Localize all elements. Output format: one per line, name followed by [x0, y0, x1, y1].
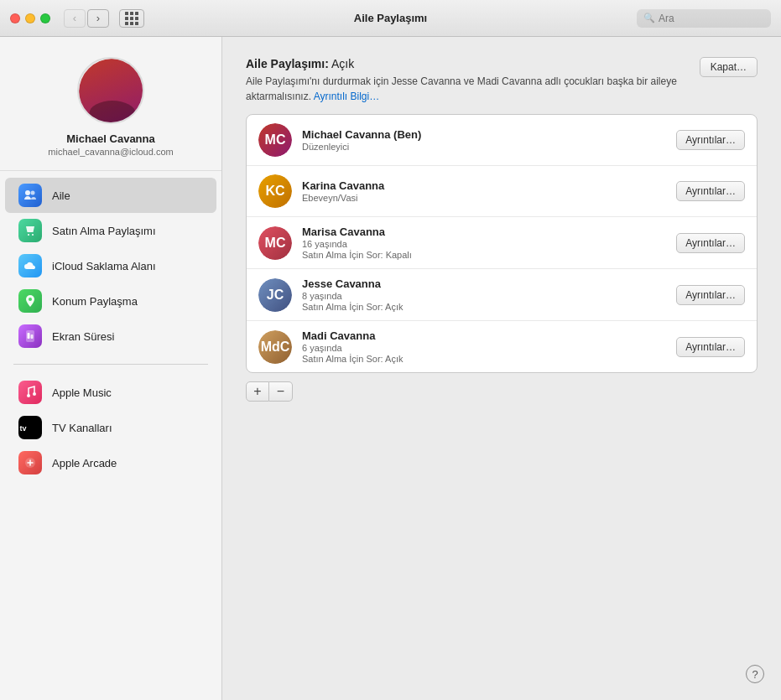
member-details-button[interactable]: Ayrıntılar… — [676, 181, 745, 201]
icloud-icon — [18, 254, 42, 277]
svg-point-4 — [29, 298, 32, 301]
svg-point-8 — [27, 394, 30, 397]
sidebar: Michael Cavanna michael_cavanna@icloud.c… — [0, 37, 222, 700]
ekran-icon — [18, 324, 42, 348]
sidebar-label-konum: Konum Paylaşma — [52, 295, 138, 308]
close-button[interactable] — [10, 13, 20, 23]
member-name: Madi Cavanna — [302, 329, 666, 342]
member-name: Karina Cavanna — [302, 179, 666, 192]
member-avatar: JC — [258, 278, 292, 312]
user-section: Michael Cavanna michael_cavanna@icloud.c… — [0, 37, 221, 171]
remove-member-button[interactable]: − — [269, 381, 293, 402]
member-row: MdCMadi Cavanna6 yaşındaSatın Alma İçin … — [247, 321, 757, 372]
member-details-button[interactable]: Ayrıntılar… — [676, 285, 745, 305]
sidebar-label-aile: Aile — [52, 189, 70, 202]
status-value: Açık — [331, 57, 354, 70]
sidebar-item-tv[interactable]: tv TV Kanalları — [5, 410, 216, 445]
content-title-block: Aile Paylaşımı: Açık Aile Paylaşımı'nı d… — [246, 57, 686, 104]
help-button[interactable]: ? — [746, 665, 764, 683]
arcade-icon — [18, 451, 42, 474]
detail-link[interactable]: Ayrıntılı Bilgi… — [314, 91, 379, 102]
status-label: Aile Paylaşımı: — [246, 57, 329, 70]
sidebar-item-ekran[interactable]: Ekran Süresi — [5, 319, 216, 354]
close-sharing-button[interactable]: Kapat… — [700, 57, 758, 77]
add-member-button[interactable]: + — [246, 381, 269, 402]
member-role: 16 yaşında — [302, 239, 666, 249]
sidebar-label-icloud: iCloud Saklama Alanı — [52, 260, 156, 272]
sidebar-label-satin: Satın Alma Paylaşımı — [52, 225, 156, 237]
aile-icon — [18, 184, 42, 207]
satin-icon — [18, 219, 42, 242]
sidebar-item-music[interactable]: Apple Music — [5, 375, 216, 410]
member-details-button[interactable]: Ayrıntılar… — [676, 130, 745, 150]
member-info: Karina CavannaEbeveyn/Vasi — [302, 179, 666, 203]
member-purchase-detail: Satın Alma İçin Sor: Kapalı — [302, 250, 666, 260]
maximize-button[interactable] — [40, 13, 50, 23]
member-info: Jesse Cavanna8 yaşındaSatın Alma İçin So… — [302, 277, 666, 312]
grid-icon — [125, 12, 138, 25]
sidebar-item-satin[interactable]: Satın Alma Paylaşımı — [5, 213, 216, 248]
sidebar-item-icloud[interactable]: iCloud Saklama Alanı — [5, 248, 216, 283]
sidebar-label-music: Apple Music — [52, 386, 112, 399]
minimize-button[interactable] — [25, 13, 35, 23]
grid-view-button[interactable] — [119, 9, 144, 28]
content-subtitle: Aile Paylaşımı'nı durdurmak için Jesse C… — [246, 74, 686, 104]
user-avatar[interactable] — [77, 57, 144, 124]
user-name: Michael Cavanna — [66, 132, 155, 145]
konum-icon — [18, 289, 42, 313]
music-icon — [18, 381, 42, 404]
sidebar-section-main: Aile Satın Alma Paylaşımı — [0, 171, 221, 360]
content-header: Aile Paylaşımı: Açık Aile Paylaşımı'nı d… — [246, 57, 758, 104]
sidebar-item-arcade[interactable]: Apple Arcade — [5, 445, 216, 480]
sidebar-item-aile[interactable]: Aile — [5, 178, 216, 213]
search-icon: 🔍 — [643, 13, 655, 23]
member-avatar: MC — [258, 123, 292, 157]
titlebar: ‹ › Aile Paylaşımı 🔍 — [0, 0, 781, 37]
member-purchase-detail: Satın Alma İçin Sor: Açık — [302, 302, 666, 312]
back-button[interactable]: ‹ — [64, 9, 86, 28]
member-row: JCJesse Cavanna8 yaşındaSatın Alma İçin … — [247, 269, 757, 321]
svg-rect-6 — [28, 333, 30, 339]
content-title: Aile Paylaşımı: Açık — [246, 57, 686, 70]
members-panel: MCMichael Cavanna (Ben)DüzenleyiciAyrınt… — [246, 114, 758, 373]
svg-point-0 — [25, 190, 30, 195]
tv-icon: tv — [18, 416, 42, 439]
member-row: MCMarisa Cavanna16 yaşındaSatın Alma İçi… — [247, 217, 757, 269]
user-email: michael_cavanna@icloud.com — [48, 147, 173, 157]
svg-text:tv: tv — [19, 424, 27, 433]
member-details-button[interactable]: Ayrıntılar… — [676, 337, 745, 357]
member-info: Marisa Cavanna16 yaşındaSatın Alma İçin … — [302, 226, 666, 260]
main-layout: Michael Cavanna michael_cavanna@icloud.c… — [0, 37, 781, 700]
member-avatar: MC — [258, 226, 292, 260]
sidebar-label-ekran: Ekran Süresi — [52, 330, 114, 343]
member-role: Düzenleyici — [302, 142, 666, 152]
search-box[interactable]: 🔍 — [637, 9, 771, 28]
sidebar-label-tv: TV Kanalları — [52, 422, 112, 434]
panel-controls: + − — [246, 381, 758, 402]
member-role: 8 yaşında — [302, 291, 666, 301]
search-input[interactable] — [659, 13, 764, 24]
svg-point-2 — [28, 234, 29, 236]
member-role: 6 yaşında — [302, 343, 666, 353]
sidebar-divider — [13, 364, 208, 365]
sidebar-section-services: Apple Music tv TV Kanalları Apple Arca — [0, 368, 221, 487]
svg-point-9 — [33, 392, 36, 396]
window-title: Aile Paylaşımı — [354, 12, 427, 24]
member-info: Michael Cavanna (Ben)Düzenleyici — [302, 128, 666, 152]
sidebar-item-konum[interactable]: Konum Paylaşma — [5, 283, 216, 319]
member-avatar: KC — [258, 174, 292, 208]
member-name: Michael Cavanna (Ben) — [302, 128, 666, 141]
sidebar-label-arcade: Apple Arcade — [52, 457, 117, 469]
description-text: Aile Paylaşımı'nı durdurmak için Jesse C… — [246, 75, 677, 102]
member-role: Ebeveyn/Vasi — [302, 193, 666, 203]
forward-button[interactable]: › — [87, 9, 109, 28]
traffic-lights — [10, 13, 50, 23]
member-name: Marisa Cavanna — [302, 226, 666, 238]
member-details-button[interactable]: Ayrıntılar… — [676, 233, 745, 253]
member-avatar: MdC — [258, 330, 292, 364]
svg-rect-7 — [31, 334, 34, 339]
member-name: Jesse Cavanna — [302, 277, 666, 290]
svg-point-1 — [31, 191, 35, 195]
svg-point-3 — [32, 234, 34, 236]
member-row: MCMichael Cavanna (Ben)DüzenleyiciAyrınt… — [247, 115, 757, 166]
